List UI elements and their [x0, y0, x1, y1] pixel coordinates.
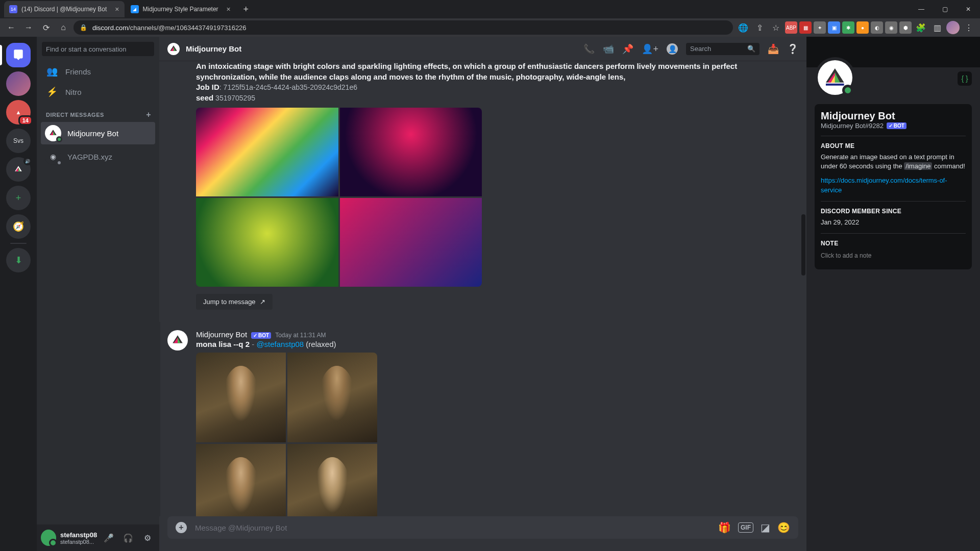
emoji-button[interactable]: 😊 [777, 521, 790, 534]
extension-icon[interactable]: ✱ [842, 21, 854, 34]
add-attachment-button[interactable]: + [176, 522, 187, 533]
url-text: discord.com/channels/@me/106344374919731… [92, 24, 727, 32]
translate-icon[interactable]: 🌐 [736, 20, 750, 35]
share-icon[interactable]: ⇪ [752, 20, 767, 35]
minimize-button[interactable]: — [910, 1, 933, 17]
close-icon[interactable]: × [227, 5, 231, 13]
notification-badge: 14 [18, 115, 33, 126]
maximize-button[interactable]: ▢ [933, 1, 957, 17]
extension-icon[interactable]: ◉ [885, 21, 897, 34]
video-call-button[interactable]: 📹 [603, 43, 614, 55]
tab-midjourney-docs[interactable]: ◢ Midjourney Style Parameter × [126, 1, 236, 17]
tab-discord[interactable]: 14 (14) Discord | @Midjourney Bot × [4, 1, 125, 17]
image-grid-mona[interactable] [196, 353, 377, 516]
dm-yagpdb[interactable]: ◉ YAGPDB.xyz [41, 145, 155, 168]
channel-avatar [167, 43, 180, 55]
terms-link[interactable]: https://docs.midjourney.com/docs/terms-o… [821, 177, 947, 193]
profile-card: Midjourney Bot Midjourney Bot#9282 ✓ BOT… [815, 104, 972, 269]
url-bar[interactable]: 🔒 discord.com/channels/@me/1063443749197… [74, 20, 733, 35]
image-grid-stage[interactable] [196, 108, 482, 287]
server-icon[interactable] [6, 71, 31, 96]
gift-button[interactable]: 🎁 [718, 521, 731, 534]
create-dm-button[interactable]: + [146, 110, 151, 119]
extensions-button[interactable]: 🧩 [914, 20, 928, 35]
extension-icon[interactable]: ● [856, 21, 869, 34]
mute-mic-button[interactable]: 🎤 [101, 530, 116, 546]
gif-button[interactable]: GIF [738, 522, 753, 533]
scrollbar[interactable] [801, 214, 805, 276]
generated-image[interactable] [287, 444, 377, 516]
chat-input[interactable]: + Message @Midjourney Bot 🎁 GIF ◪ 😊 [167, 516, 798, 539]
friends-nav[interactable]: 👥 Friends [41, 62, 155, 81]
extension-icon[interactable]: ✦ [814, 21, 826, 34]
dm-name: Midjourney Bot [67, 129, 118, 138]
dm-avatar: ◉ [45, 148, 61, 165]
abp-extension-icon[interactable]: ABP [785, 21, 797, 34]
user-info[interactable]: stefanstp08 stefanstp08... [60, 531, 97, 545]
home-button[interactable]: ⌂ [56, 20, 70, 35]
dev-mode-button[interactable]: { } [958, 71, 972, 86]
close-window-button[interactable]: ✕ [957, 1, 980, 17]
voice-call-button[interactable]: 📞 [583, 43, 595, 55]
message-avatar[interactable] [167, 330, 188, 350]
search-conversations[interactable]: Find or start a conversation [42, 42, 154, 56]
generated-image[interactable] [340, 108, 482, 196]
extension-icon[interactable]: ⬢ [899, 21, 912, 34]
message-input-placeholder: Message @Midjourney Bot [195, 523, 710, 532]
extension-icon[interactable]: ◐ [871, 21, 883, 34]
bookmark-icon[interactable]: ☆ [769, 20, 783, 35]
nitro-nav[interactable]: ⚡ Nitro [41, 82, 155, 102]
back-button[interactable]: ← [4, 20, 18, 35]
dm-midjourney-bot[interactable]: Midjourney Bot [41, 122, 155, 144]
generated-image[interactable] [196, 444, 286, 516]
jump-to-message-button[interactable]: Jump to message ↗ [196, 294, 273, 310]
server-midjourney[interactable]: 🔊 [6, 157, 31, 182]
profile-avatar[interactable] [946, 21, 960, 34]
generated-image[interactable] [340, 198, 482, 287]
explore-servers-button[interactable]: 🧭 [6, 214, 31, 239]
status-online-icon [56, 136, 62, 142]
close-icon[interactable]: × [115, 5, 119, 13]
friends-icon: 👥 [46, 66, 58, 77]
discord-app: ▲14 Svs 🔊 + 🧭 ⬇ Find or start a conversa… [0, 37, 980, 551]
deafen-button[interactable]: 🎧 [120, 530, 136, 546]
profile-panel: { } Midjourney Bot Midjourney Bot#9282 ✓… [806, 37, 980, 551]
note-input[interactable]: Click to add a note [821, 250, 966, 261]
extension-icon[interactable]: ▦ [799, 21, 812, 34]
side-panel-button[interactable]: ▥ [930, 20, 944, 35]
tab-title: (14) Discord | @Midjourney Bot [21, 6, 107, 13]
user-settings-button[interactable]: ⚙ [140, 530, 155, 546]
reload-button[interactable]: ⟳ [39, 20, 53, 35]
search-input[interactable]: Search 🔍 [686, 43, 760, 55]
status-online-icon [842, 85, 853, 96]
message-block: Midjourney Bot ✓ BOT Today at 11:31 AM m… [159, 322, 798, 516]
message-timestamp: Today at 11:31 AM [275, 332, 326, 339]
extension-icon[interactable]: ▣ [828, 21, 840, 34]
add-friends-button[interactable]: 👤+ [642, 43, 658, 55]
server-dm[interactable] [6, 43, 31, 67]
chat-main: Midjourney Bot 📞 📹 📌 👤+ 👤 Search 🔍 📥 ❔ A… [159, 37, 806, 551]
user-avatar[interactable] [41, 530, 56, 546]
download-apps-button[interactable]: ⬇ [6, 248, 31, 272]
inbox-button[interactable]: 📥 [768, 43, 779, 55]
message-list: An intoxicating stage with bright colors… [159, 61, 806, 516]
message-author[interactable]: Midjourney Bot [196, 330, 247, 339]
forward-button[interactable]: → [21, 20, 36, 35]
generated-image[interactable] [196, 353, 286, 442]
user-profile-toggle[interactable]: 👤 [667, 43, 678, 55]
user-mention[interactable]: @stefanstp08 [256, 340, 304, 348]
generated-image[interactable] [287, 353, 377, 442]
profile-tag: Midjourney Bot#9282 ✓ BOT [821, 122, 966, 130]
help-button[interactable]: ❔ [787, 43, 798, 55]
generated-image[interactable] [196, 108, 338, 196]
pinned-messages-button[interactable]: 📌 [622, 43, 633, 55]
server-svs[interactable]: Svs [6, 129, 31, 153]
new-tab-button[interactable]: + [239, 2, 253, 16]
server-icon[interactable]: ▲14 [6, 100, 31, 124]
sticker-button[interactable]: ◪ [761, 521, 770, 534]
add-server-button[interactable]: + [6, 186, 31, 210]
chat-input-container: + Message @Midjourney Bot 🎁 GIF ◪ 😊 [159, 516, 806, 551]
bot-badge: ✓ BOT [251, 332, 271, 339]
menu-button[interactable]: ⋮ [962, 20, 976, 35]
generated-image[interactable] [196, 198, 338, 287]
